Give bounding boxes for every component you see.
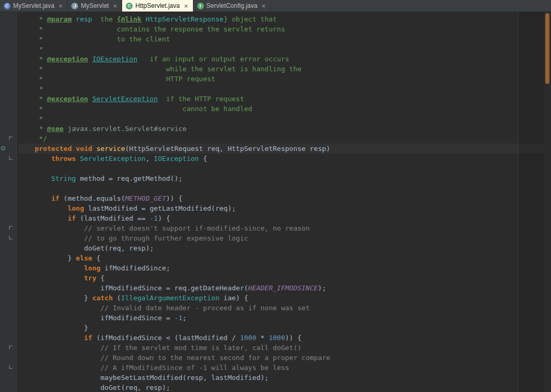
fold-end-marker-icon[interactable] — [9, 156, 13, 160]
tab-servletconfig-java[interactable]: IServletConfig.java× — [193, 0, 271, 12]
code-line[interactable]: * — [18, 114, 551, 124]
code-token: protected — [35, 145, 71, 153]
code-line[interactable]: */ — [18, 134, 551, 144]
code-line[interactable]: * @exception IOException if an input or … — [18, 54, 551, 64]
code-line[interactable]: } else { — [18, 253, 551, 263]
code-line[interactable]: long ifModifiedSince; — [18, 263, 551, 273]
code-line[interactable]: * @param resp the {@link HttpServletResp… — [18, 14, 551, 24]
code-line[interactable]: * while the servlet is handling the — [18, 64, 551, 74]
code-line[interactable]: * contains the response the servlet retu… — [18, 24, 551, 34]
code-token: (method.equals( — [59, 194, 125, 202]
code-line[interactable]: * @exception ServletException if the HTT… — [18, 94, 551, 104]
code-token: ServletException — [92, 95, 158, 103]
scrollbar-stripe[interactable] — [544, 12, 551, 392]
code-token — [18, 204, 68, 212]
code-token: */ — [18, 135, 47, 143]
fold-end-marker-icon[interactable] — [9, 365, 13, 369]
code-token: { — [96, 274, 105, 282]
code-line[interactable]: ifModifiedSince = req.getDateHeader(HEAD… — [18, 283, 551, 293]
editor-gutter — [0, 12, 17, 392]
code-line[interactable]: long lastModified = getLastModified(req)… — [18, 203, 551, 213]
code-token: try — [84, 274, 96, 282]
scrollbar-thumb[interactable] — [545, 13, 549, 84]
code-token: ) { — [158, 214, 170, 222]
code-line[interactable]: protected void service(HttpServletReques… — [18, 144, 551, 154]
code-token: ( — [113, 294, 121, 302]
fold-start-marker-icon[interactable] — [9, 345, 13, 349]
code-token: } — [18, 294, 92, 302]
code-token: void — [76, 145, 92, 153]
code-line[interactable] — [18, 183, 551, 193]
code-line[interactable]: * HTTP request — [18, 74, 551, 84]
code-token: * HTTP request — [18, 75, 215, 83]
code-area[interactable]: * @param resp the {@link HttpServletResp… — [17, 12, 551, 392]
code-token — [18, 304, 101, 312]
code-token: * — [256, 334, 268, 342]
tab-httpservlet-java[interactable]: CHttpServlet.java× — [122, 0, 193, 12]
code-token: else — [76, 254, 92, 262]
code-line[interactable]: ifModifiedSince = -1; — [18, 313, 551, 323]
code-line[interactable]: // Round down to the nearest second for … — [18, 353, 551, 363]
code-line[interactable]: } — [18, 323, 551, 333]
code-token: if — [68, 214, 76, 222]
code-line[interactable] — [18, 164, 551, 173]
code-line[interactable]: throws ServletException, IOException { — [18, 154, 551, 164]
fold-end-marker-icon[interactable] — [9, 236, 13, 239]
tab-myservlet-java[interactable]: CMyServlet.java× — [0, 0, 68, 12]
code-token: { — [92, 254, 101, 262]
code-line[interactable]: // A ifModifiedSince of -1 will always b… — [18, 363, 551, 373]
code-line[interactable]: String method = req.getMethod(); — [18, 173, 551, 183]
code-line[interactable]: // Invalid date header - proceed as if n… — [18, 303, 551, 313]
tab-myservlet[interactable]: JMyServlet× — [68, 0, 122, 12]
code-line[interactable]: * — [18, 44, 551, 54]
code-token: @exception — [47, 95, 88, 103]
code-token: { — [199, 155, 207, 162]
code-token: // Round down to the nearest second for … — [101, 354, 330, 362]
code-token — [92, 145, 96, 153]
code-token — [18, 145, 35, 153]
code-token: * contains the response the servlet retu… — [18, 25, 285, 33]
tab-close-icon[interactable]: × — [262, 3, 266, 9]
code-line[interactable]: if (method.equals(METHOD_GET)) { — [18, 193, 551, 203]
code-token — [18, 364, 101, 372]
code-line[interactable]: doGet(req, resp); — [18, 383, 551, 392]
code-token: 1000 — [268, 334, 285, 342]
code-token: } object that — [223, 15, 277, 23]
code-token — [18, 214, 68, 222]
code-line[interactable]: // If the servlet mod time is later, cal… — [18, 343, 551, 353]
code-token — [18, 224, 84, 232]
code-line[interactable]: maybeSetLastModified(resp, lastModified)… — [18, 373, 551, 383]
ide-window: CMyServlet.java×JMyServlet×CHttpServlet.… — [0, 0, 551, 392]
code-line[interactable]: doGet(req, resp); — [18, 243, 551, 253]
code-token: METHOD_GET — [125, 194, 166, 202]
fold-start-marker-icon[interactable] — [9, 226, 13, 230]
code-token: (ifModifiedSince < (lastModified / — [92, 334, 240, 342]
code-token: if — [51, 194, 60, 202]
code-token: catch — [92, 294, 113, 302]
code-token — [18, 194, 51, 202]
tab-close-icon[interactable]: × — [59, 3, 63, 9]
code-line[interactable]: * — [18, 84, 551, 94]
tab-close-icon[interactable]: × — [184, 3, 188, 9]
code-line[interactable]: * @see javax.servlet.Servlet#service — [18, 124, 551, 134]
code-token: method = req.getMethod(); — [76, 175, 183, 182]
code-token — [18, 155, 51, 162]
code-line[interactable]: // to go through further expensive logic — [18, 233, 551, 243]
code-line[interactable]: * cannot be handled — [18, 104, 551, 114]
code-token: if — [84, 334, 92, 342]
code-token: * — [18, 45, 43, 53]
code-line[interactable]: // servlet doesn't support if-modified-s… — [18, 223, 551, 233]
tab-close-icon[interactable]: × — [113, 3, 117, 9]
code-token — [18, 274, 84, 282]
code-line[interactable]: if (ifModifiedSince < (lastModified / 10… — [18, 333, 551, 343]
code-token: } — [18, 254, 76, 262]
code-token: @see — [47, 125, 63, 133]
code-token: IllegalArgumentException — [121, 294, 220, 302]
fold-start-marker-icon[interactable] — [9, 136, 13, 140]
code-line[interactable]: * to the client — [18, 34, 551, 44]
override-method-marker-icon[interactable] — [1, 146, 5, 150]
editor-pane: * @param resp the {@link HttpServletResp… — [0, 12, 551, 392]
code-line[interactable]: try { — [18, 273, 551, 283]
code-line[interactable]: if (lastModified == -1) { — [18, 213, 551, 223]
code-line[interactable]: } catch (IllegalArgumentException iae) { — [18, 293, 551, 303]
